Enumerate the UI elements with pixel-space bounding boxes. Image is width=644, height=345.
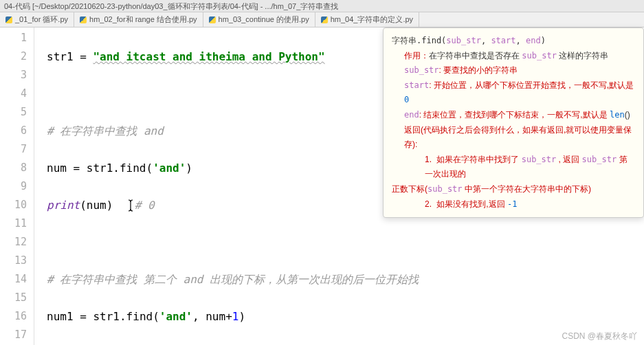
doc-line: 作用：在字符串中查找是否存在 sub_str 这样的字符串 bbox=[404, 49, 635, 64]
line-number: 9 bbox=[0, 177, 27, 196]
line-number: 14 bbox=[0, 270, 27, 289]
line-number: 8 bbox=[0, 159, 27, 177]
doc-line: start: 开始位置，从哪个下标位置开始查找，一般不写,默认是 0 bbox=[404, 78, 635, 108]
code-line[interactable]: # 在字符串中查找 第二个 and 出现的下标，从第一次出现的后一位开始找 bbox=[47, 270, 644, 289]
doc-line: sub_str: 要查找的小的字符串 bbox=[404, 63, 635, 78]
doc-signature: 字符串.find(sub_str, start, end) bbox=[392, 34, 635, 49]
python-file-icon bbox=[321, 16, 328, 23]
line-number: 3 bbox=[0, 66, 27, 85]
window-titlebar: 04-代码 [~/Desktop/20210620-23-python/day0… bbox=[0, 0, 644, 12]
tab-file-1[interactable]: _01_for 循环.py bbox=[0, 12, 74, 27]
line-number: 7 bbox=[0, 140, 27, 159]
text-cursor-icon bbox=[126, 199, 135, 217]
tab-file-3[interactable]: hm_03_continue 的使用.py bbox=[203, 12, 315, 27]
doc-line: end: 结束位置，查找到哪个下标结束，一般不写,默认是 len() bbox=[404, 108, 635, 123]
line-number: 17 bbox=[0, 326, 27, 344]
line-number: 5 bbox=[0, 103, 27, 122]
window-title: 04-代码 [~/Desktop/20210620-23-python/day0… bbox=[4, 2, 338, 10]
doc-line: 2. 如果没有找到,返回 -1 bbox=[425, 197, 635, 212]
line-number: 4 bbox=[0, 85, 27, 103]
line-number: 11 bbox=[0, 214, 27, 233]
tab-label: hm_02_for和 range 结合使用.py bbox=[89, 14, 197, 25]
line-number: 16 bbox=[0, 307, 27, 326]
python-file-icon bbox=[5, 16, 12, 23]
python-file-icon bbox=[209, 16, 216, 23]
line-number: 2 bbox=[0, 47, 27, 66]
doc-line: 1. 如果在字符串中找到了 sub_str , 返回 sub_str 第一次出现… bbox=[425, 153, 635, 182]
tab-label: hm_04_字符串的定义.py bbox=[331, 14, 413, 25]
line-number: 6 bbox=[0, 122, 27, 140]
line-number: 10 bbox=[0, 196, 27, 214]
file-tabs: _01_for 循环.py hm_02_for和 range 结合使用.py h… bbox=[0, 12, 644, 27]
line-number: 12 bbox=[0, 233, 27, 252]
editor-area: 1 2 3 4 5 6 7 8 9 10 11 12 13 14 15 16 1… bbox=[0, 27, 644, 345]
code-line[interactable] bbox=[47, 233, 644, 252]
line-number: 1 bbox=[0, 29, 27, 47]
tab-label: hm_03_continue 的使用.py bbox=[219, 14, 309, 25]
documentation-popup: 字符串.find(sub_str, start, end) 作用：在字符串中查找… bbox=[383, 27, 644, 218]
line-number-gutter: 1 2 3 4 5 6 7 8 9 10 11 12 13 14 15 16 1… bbox=[0, 27, 34, 345]
python-file-icon bbox=[80, 16, 87, 23]
code-line[interactable]: num1 = str1.find('and', num+1) bbox=[47, 307, 644, 326]
doc-line: 正数下标(sub_str 中第一个字符在大字符串中的下标) bbox=[392, 182, 635, 197]
watermark-text: CSDN @春夏秋冬吖 bbox=[562, 331, 637, 342]
tab-file-2[interactable]: hm_02_for和 range 结合使用.py bbox=[74, 12, 203, 27]
doc-line: 返回(代码执行之后会得到什么，如果有返回,就可以使用变量保存): bbox=[404, 123, 635, 153]
tab-file-4[interactable]: hm_04_字符串的定义.py bbox=[315, 12, 419, 27]
tab-label: _01_for 循环.py bbox=[15, 14, 68, 25]
line-number: 15 bbox=[0, 289, 27, 307]
line-number: 13 bbox=[0, 252, 27, 270]
